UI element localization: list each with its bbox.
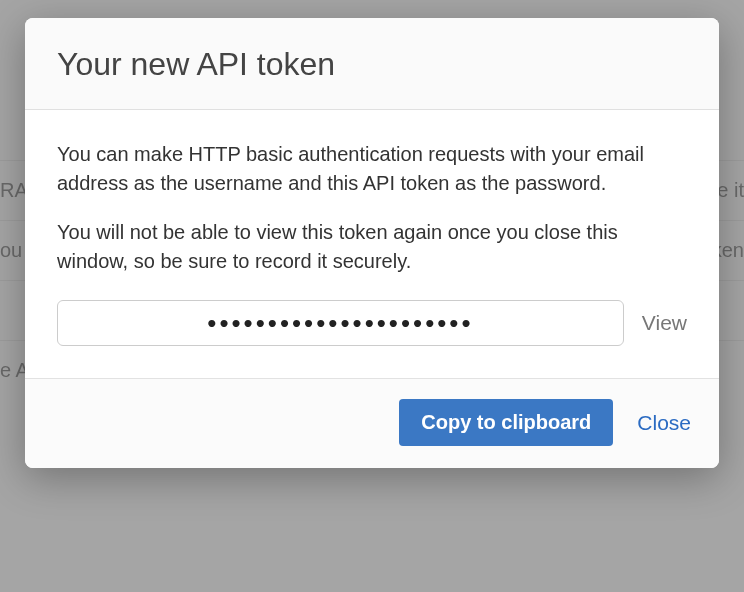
modal-title: Your new API token <box>57 46 687 83</box>
modal-footer: Copy to clipboard Close <box>25 378 719 468</box>
modal-body: You can make HTTP basic authentication r… <box>25 110 719 378</box>
modal-description-1: You can make HTTP basic authentication r… <box>57 140 687 198</box>
close-button[interactable]: Close <box>637 411 691 435</box>
view-token-button[interactable]: View <box>642 311 687 335</box>
modal-header: Your new API token <box>25 18 719 110</box>
modal-description-2: You will not be able to view this token … <box>57 218 687 276</box>
api-token-modal: Your new API token You can make HTTP bas… <box>25 18 719 468</box>
copy-to-clipboard-button[interactable]: Copy to clipboard <box>399 399 613 446</box>
api-token-field[interactable] <box>57 300 624 346</box>
token-row: View <box>57 300 687 346</box>
